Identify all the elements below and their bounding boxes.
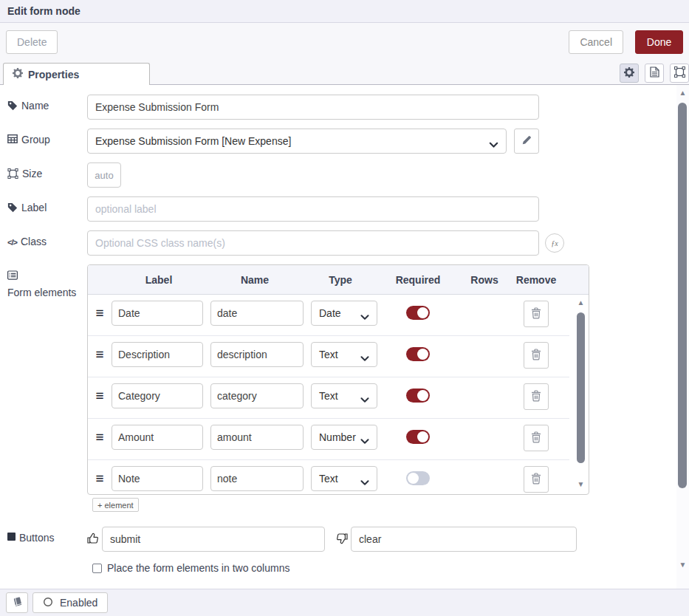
element-label-input[interactable] (112, 342, 203, 367)
element-name-input[interactable] (210, 342, 304, 367)
element-name-input[interactable] (210, 301, 304, 326)
column-header-rows: Rows (459, 274, 510, 286)
required-toggle[interactable] (406, 347, 430, 361)
scroll-down-arrow[interactable]: ▼ (676, 561, 689, 569)
submit-button-input[interactable] (102, 527, 325, 552)
scroll-up-arrow[interactable]: ▲ (676, 89, 689, 97)
chevron-down-icon (360, 352, 369, 364)
cancel-button[interactable]: Cancel (569, 30, 623, 54)
required-toggle[interactable] (406, 430, 430, 444)
column-header-label: Label (112, 274, 206, 286)
delete-element-button[interactable] (524, 301, 549, 327)
buttons-label: Buttons (6, 527, 87, 544)
dialog-footer: Enabled (0, 589, 689, 616)
name-row: Name (6, 95, 689, 120)
label-input[interactable] (87, 196, 539, 222)
class-input[interactable] (87, 230, 539, 256)
element-type-select[interactable]: Date (311, 301, 377, 326)
tab-properties-label: Properties (28, 69, 79, 81)
two-columns-row: Place the form elements in two columns (92, 562, 689, 574)
edit-group-button[interactable] (514, 129, 539, 154)
element-type-select[interactable]: Text (311, 383, 377, 408)
table-row: ≡ Text (88, 460, 569, 494)
label-row: Label (6, 196, 689, 222)
table-row: ≡ Date (88, 295, 569, 336)
element-label-input[interactable] (112, 301, 203, 326)
buttons-row: Buttons (6, 527, 689, 552)
docs-button[interactable] (6, 592, 28, 613)
trash-icon (531, 431, 541, 445)
element-name-input[interactable] (210, 425, 304, 450)
thumbs-down-icon (336, 533, 348, 547)
chevron-down-icon (360, 476, 369, 488)
required-toggle[interactable] (406, 471, 430, 485)
tab-properties[interactable]: Properties (3, 63, 150, 85)
scroll-up-arrow[interactable]: ▲ (575, 299, 587, 307)
chevron-down-icon (360, 311, 369, 323)
table-scrollbar: ▲ ▼ (575, 298, 587, 490)
group-row: Group Expense Submission Form [New Expen… (6, 129, 689, 154)
delete-element-button[interactable] (524, 466, 549, 493)
clear-button-input[interactable] (351, 527, 577, 552)
element-name-input[interactable] (210, 383, 304, 408)
two-columns-label: Place the form elements in two columns (107, 562, 289, 574)
element-label-input[interactable] (112, 466, 203, 491)
chevron-down-icon (360, 435, 369, 447)
column-header-type: Type (304, 274, 377, 286)
drag-handle[interactable]: ≡ (95, 383, 103, 408)
tab-bar: Properties (0, 62, 689, 85)
tag-icon (7, 100, 18, 114)
drag-handle[interactable]: ≡ (95, 342, 103, 367)
trash-icon (531, 473, 541, 487)
name-label: Name (6, 95, 87, 114)
dialog-title: Edit form node (0, 0, 689, 23)
drag-handle[interactable]: ≡ (95, 301, 103, 326)
enabled-toggle-button[interactable]: Enabled (32, 592, 108, 613)
class-helper-button[interactable]: ƒx (545, 233, 564, 253)
class-row: </> Class ƒx (6, 230, 689, 256)
trash-icon (531, 307, 541, 321)
delete-element-button[interactable] (524, 342, 549, 369)
delete-element-button[interactable] (524, 383, 549, 410)
element-type-select[interactable]: Text (311, 466, 377, 491)
scroll-down-arrow[interactable]: ▼ (575, 481, 587, 488)
tag-icon (7, 202, 18, 216)
required-toggle[interactable] (406, 306, 430, 320)
group-label: Group (6, 129, 87, 146)
form-elements-label: Form elements (6, 264, 87, 299)
appearance-tab-button[interactable] (670, 64, 689, 83)
gear-icon (624, 67, 634, 80)
done-button[interactable]: Done (635, 30, 683, 54)
element-name-input[interactable] (210, 466, 304, 491)
name-input[interactable] (87, 95, 539, 120)
element-label-input[interactable] (112, 383, 203, 408)
element-type-select[interactable]: Text (311, 342, 377, 367)
table-row: ≡ Text (88, 336, 569, 377)
elements-table: Label Name Type Required Rows Remove ≡ D… (87, 264, 589, 495)
size-label: Size (6, 162, 87, 182)
list-alt-icon (7, 270, 18, 283)
main-scrollbar-thumb[interactable] (678, 103, 687, 488)
chevron-down-icon (489, 139, 498, 151)
drag-handle[interactable]: ≡ (95, 425, 103, 450)
add-element-button[interactable]: + element (92, 498, 139, 512)
size-row: Size auto (6, 162, 689, 188)
delete-element-button[interactable] (524, 425, 549, 451)
size-button[interactable]: auto (87, 162, 121, 188)
element-label-input[interactable] (112, 425, 203, 450)
table-row: ≡ Text (88, 377, 569, 419)
fx-icon: ƒx (551, 239, 558, 247)
group-select[interactable]: Expense Submission Form [New Expense] (87, 129, 507, 154)
element-type-select[interactable]: Number (311, 425, 377, 450)
delete-button[interactable]: Delete (6, 30, 58, 54)
trash-icon (531, 349, 541, 363)
chevron-down-icon (360, 394, 369, 405)
required-toggle[interactable] (406, 389, 430, 403)
table-scrollbar-thumb[interactable] (577, 312, 585, 463)
column-header-name: Name (206, 274, 304, 286)
description-tab-button[interactable] (645, 64, 664, 83)
class-label: </> Class (6, 230, 87, 249)
drag-handle[interactable]: ≡ (95, 466, 103, 491)
properties-tab-button[interactable] (620, 64, 639, 83)
two-columns-checkbox[interactable] (92, 564, 102, 573)
